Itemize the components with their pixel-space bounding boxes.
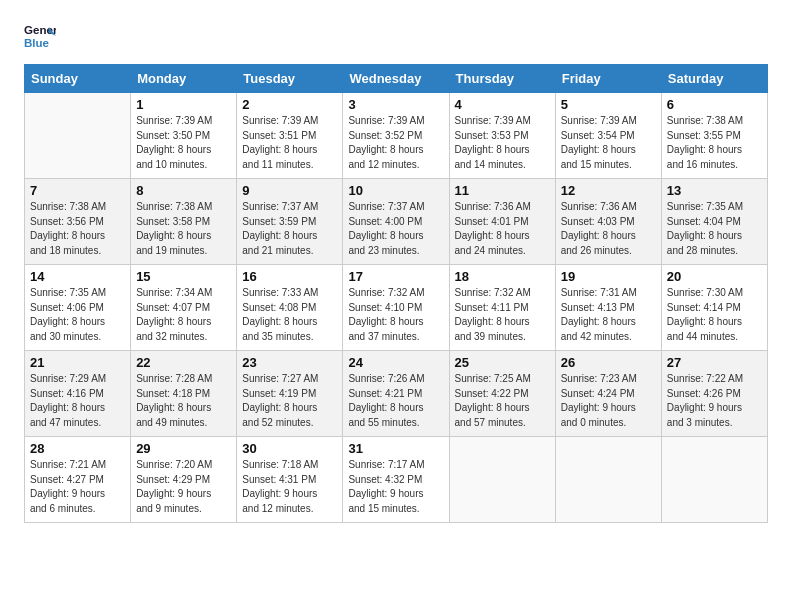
- day-number: 18: [455, 269, 550, 284]
- calendar-day-cell: 10Sunrise: 7:37 AMSunset: 4:00 PMDayligh…: [343, 179, 449, 265]
- day-info: Sunrise: 7:38 AMSunset: 3:55 PMDaylight:…: [667, 114, 762, 172]
- calendar-day-cell: 14Sunrise: 7:35 AMSunset: 4:06 PMDayligh…: [25, 265, 131, 351]
- day-info: Sunrise: 7:23 AMSunset: 4:24 PMDaylight:…: [561, 372, 656, 430]
- calendar-day-cell: [661, 437, 767, 523]
- day-number: 23: [242, 355, 337, 370]
- col-header-wednesday: Wednesday: [343, 65, 449, 93]
- calendar-day-cell: 8Sunrise: 7:38 AMSunset: 3:58 PMDaylight…: [131, 179, 237, 265]
- calendar-day-cell: 31Sunrise: 7:17 AMSunset: 4:32 PMDayligh…: [343, 437, 449, 523]
- calendar-week-row: 21Sunrise: 7:29 AMSunset: 4:16 PMDayligh…: [25, 351, 768, 437]
- calendar-week-row: 1Sunrise: 7:39 AMSunset: 3:50 PMDaylight…: [25, 93, 768, 179]
- calendar-day-cell: 27Sunrise: 7:22 AMSunset: 4:26 PMDayligh…: [661, 351, 767, 437]
- day-info: Sunrise: 7:36 AMSunset: 4:03 PMDaylight:…: [561, 200, 656, 258]
- day-info: Sunrise: 7:38 AMSunset: 3:56 PMDaylight:…: [30, 200, 125, 258]
- day-number: 20: [667, 269, 762, 284]
- calendar-day-cell: 6Sunrise: 7:38 AMSunset: 3:55 PMDaylight…: [661, 93, 767, 179]
- col-header-tuesday: Tuesday: [237, 65, 343, 93]
- calendar-day-cell: 25Sunrise: 7:25 AMSunset: 4:22 PMDayligh…: [449, 351, 555, 437]
- day-info: Sunrise: 7:35 AMSunset: 4:04 PMDaylight:…: [667, 200, 762, 258]
- day-number: 4: [455, 97, 550, 112]
- day-info: Sunrise: 7:30 AMSunset: 4:14 PMDaylight:…: [667, 286, 762, 344]
- calendar-day-cell: [25, 93, 131, 179]
- day-info: Sunrise: 7:32 AMSunset: 4:10 PMDaylight:…: [348, 286, 443, 344]
- day-info: Sunrise: 7:36 AMSunset: 4:01 PMDaylight:…: [455, 200, 550, 258]
- day-info: Sunrise: 7:18 AMSunset: 4:31 PMDaylight:…: [242, 458, 337, 516]
- day-info: Sunrise: 7:28 AMSunset: 4:18 PMDaylight:…: [136, 372, 231, 430]
- calendar-day-cell: 3Sunrise: 7:39 AMSunset: 3:52 PMDaylight…: [343, 93, 449, 179]
- day-info: Sunrise: 7:31 AMSunset: 4:13 PMDaylight:…: [561, 286, 656, 344]
- day-number: 19: [561, 269, 656, 284]
- calendar-day-cell: 12Sunrise: 7:36 AMSunset: 4:03 PMDayligh…: [555, 179, 661, 265]
- day-number: 26: [561, 355, 656, 370]
- calendar-day-cell: [449, 437, 555, 523]
- calendar-day-cell: 23Sunrise: 7:27 AMSunset: 4:19 PMDayligh…: [237, 351, 343, 437]
- day-number: 11: [455, 183, 550, 198]
- svg-text:Blue: Blue: [24, 37, 50, 49]
- day-info: Sunrise: 7:33 AMSunset: 4:08 PMDaylight:…: [242, 286, 337, 344]
- day-info: Sunrise: 7:39 AMSunset: 3:54 PMDaylight:…: [561, 114, 656, 172]
- calendar-day-cell: 24Sunrise: 7:26 AMSunset: 4:21 PMDayligh…: [343, 351, 449, 437]
- day-number: 10: [348, 183, 443, 198]
- calendar-day-cell: 4Sunrise: 7:39 AMSunset: 3:53 PMDaylight…: [449, 93, 555, 179]
- calendar-day-cell: 11Sunrise: 7:36 AMSunset: 4:01 PMDayligh…: [449, 179, 555, 265]
- day-number: 13: [667, 183, 762, 198]
- day-info: Sunrise: 7:22 AMSunset: 4:26 PMDaylight:…: [667, 372, 762, 430]
- day-info: Sunrise: 7:25 AMSunset: 4:22 PMDaylight:…: [455, 372, 550, 430]
- day-number: 22: [136, 355, 231, 370]
- day-info: Sunrise: 7:27 AMSunset: 4:19 PMDaylight:…: [242, 372, 337, 430]
- col-header-monday: Monday: [131, 65, 237, 93]
- day-number: 25: [455, 355, 550, 370]
- calendar-day-cell: 19Sunrise: 7:31 AMSunset: 4:13 PMDayligh…: [555, 265, 661, 351]
- day-number: 8: [136, 183, 231, 198]
- day-info: Sunrise: 7:32 AMSunset: 4:11 PMDaylight:…: [455, 286, 550, 344]
- day-number: 12: [561, 183, 656, 198]
- calendar-day-cell: 15Sunrise: 7:34 AMSunset: 4:07 PMDayligh…: [131, 265, 237, 351]
- day-number: 21: [30, 355, 125, 370]
- col-header-sunday: Sunday: [25, 65, 131, 93]
- calendar-day-cell: 22Sunrise: 7:28 AMSunset: 4:18 PMDayligh…: [131, 351, 237, 437]
- day-number: 24: [348, 355, 443, 370]
- calendar-day-cell: 2Sunrise: 7:39 AMSunset: 3:51 PMDaylight…: [237, 93, 343, 179]
- day-number: 14: [30, 269, 125, 284]
- col-header-saturday: Saturday: [661, 65, 767, 93]
- col-header-thursday: Thursday: [449, 65, 555, 93]
- day-info: Sunrise: 7:17 AMSunset: 4:32 PMDaylight:…: [348, 458, 443, 516]
- day-info: Sunrise: 7:21 AMSunset: 4:27 PMDaylight:…: [30, 458, 125, 516]
- calendar-day-cell: 28Sunrise: 7:21 AMSunset: 4:27 PMDayligh…: [25, 437, 131, 523]
- generalblue-logo-icon: General Blue: [24, 20, 56, 52]
- calendar-day-cell: 18Sunrise: 7:32 AMSunset: 4:11 PMDayligh…: [449, 265, 555, 351]
- col-header-friday: Friday: [555, 65, 661, 93]
- day-info: Sunrise: 7:29 AMSunset: 4:16 PMDaylight:…: [30, 372, 125, 430]
- day-info: Sunrise: 7:39 AMSunset: 3:52 PMDaylight:…: [348, 114, 443, 172]
- day-number: 7: [30, 183, 125, 198]
- calendar-day-cell: 16Sunrise: 7:33 AMSunset: 4:08 PMDayligh…: [237, 265, 343, 351]
- calendar-day-cell: 5Sunrise: 7:39 AMSunset: 3:54 PMDaylight…: [555, 93, 661, 179]
- day-info: Sunrise: 7:38 AMSunset: 3:58 PMDaylight:…: [136, 200, 231, 258]
- day-info: Sunrise: 7:26 AMSunset: 4:21 PMDaylight:…: [348, 372, 443, 430]
- calendar-week-row: 28Sunrise: 7:21 AMSunset: 4:27 PMDayligh…: [25, 437, 768, 523]
- day-number: 5: [561, 97, 656, 112]
- day-info: Sunrise: 7:35 AMSunset: 4:06 PMDaylight:…: [30, 286, 125, 344]
- calendar-day-cell: 30Sunrise: 7:18 AMSunset: 4:31 PMDayligh…: [237, 437, 343, 523]
- calendar-day-cell: 9Sunrise: 7:37 AMSunset: 3:59 PMDaylight…: [237, 179, 343, 265]
- day-info: Sunrise: 7:39 AMSunset: 3:50 PMDaylight:…: [136, 114, 231, 172]
- day-number: 2: [242, 97, 337, 112]
- calendar-day-cell: 26Sunrise: 7:23 AMSunset: 4:24 PMDayligh…: [555, 351, 661, 437]
- calendar-day-cell: 29Sunrise: 7:20 AMSunset: 4:29 PMDayligh…: [131, 437, 237, 523]
- calendar-day-cell: 21Sunrise: 7:29 AMSunset: 4:16 PMDayligh…: [25, 351, 131, 437]
- day-number: 3: [348, 97, 443, 112]
- header: General Blue: [24, 20, 768, 52]
- day-number: 30: [242, 441, 337, 456]
- calendar-day-cell: 20Sunrise: 7:30 AMSunset: 4:14 PMDayligh…: [661, 265, 767, 351]
- page: General Blue SundayMondayTuesdayWednesda…: [0, 0, 792, 612]
- calendar-day-cell: 7Sunrise: 7:38 AMSunset: 3:56 PMDaylight…: [25, 179, 131, 265]
- calendar-week-row: 7Sunrise: 7:38 AMSunset: 3:56 PMDaylight…: [25, 179, 768, 265]
- day-info: Sunrise: 7:20 AMSunset: 4:29 PMDaylight:…: [136, 458, 231, 516]
- day-number: 31: [348, 441, 443, 456]
- day-info: Sunrise: 7:37 AMSunset: 3:59 PMDaylight:…: [242, 200, 337, 258]
- calendar-day-cell: 13Sunrise: 7:35 AMSunset: 4:04 PMDayligh…: [661, 179, 767, 265]
- day-number: 29: [136, 441, 231, 456]
- day-number: 15: [136, 269, 231, 284]
- day-number: 17: [348, 269, 443, 284]
- day-number: 16: [242, 269, 337, 284]
